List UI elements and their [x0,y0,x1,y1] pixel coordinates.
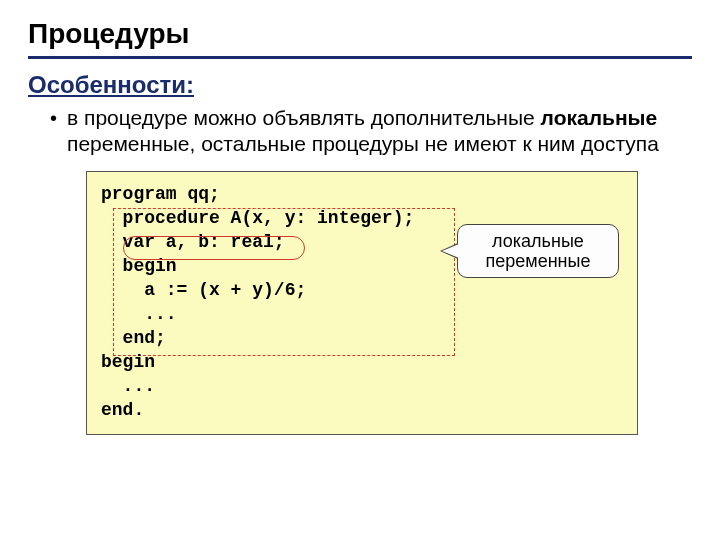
bullet-post: переменные, остальные процедуры не имеют… [67,132,659,155]
code-line: ... [101,374,623,398]
callout-line: локальные [468,231,608,251]
bullet-pre: в процедуре можно объявлять дополнительн… [67,106,541,129]
code-block: program qq; procedure A(x, y: integer); … [86,171,638,435]
bullet-marker: • [50,105,57,131]
bullet-text: в процедуре можно объявлять дополнительн… [67,105,692,157]
code-line: a := (x + y)/6; [101,278,623,302]
code-line: ... [101,302,623,326]
callout-local-variables: локальные переменные [457,224,619,278]
code-line: begin [101,350,623,374]
callout-line: переменные [468,251,608,271]
code-line: program qq; [101,182,623,206]
slide-title: Процедуры [28,18,692,50]
code-line: end. [101,398,623,422]
code-line: end; [101,326,623,350]
bullet-item: • в процедуре можно объявлять дополнител… [50,105,692,157]
var-highlight-oval [123,236,305,260]
section-subtitle: Особенности: [28,71,692,99]
bullet-bold: локальные [541,106,658,129]
title-rule [28,56,692,59]
